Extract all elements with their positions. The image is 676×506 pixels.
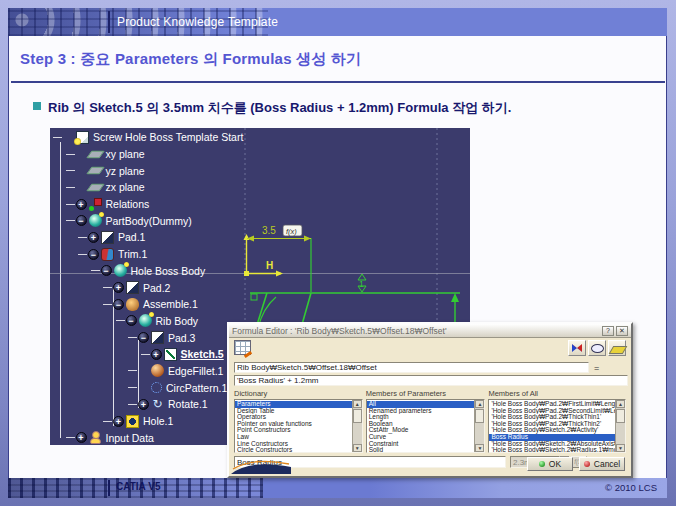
- tree-item[interactable]: yz plane: [53, 162, 470, 179]
- list-item[interactable]: Boss Radius: [489, 434, 615, 441]
- scroll-thumb[interactable]: [353, 409, 362, 423]
- tree-item[interactable]: +Pad.1: [53, 229, 470, 246]
- collapse-icon[interactable]: −: [126, 315, 137, 326]
- expand-icon[interactable]: +: [113, 282, 124, 293]
- expand-icon[interactable]: +: [113, 416, 124, 427]
- body-icon: [114, 264, 127, 277]
- list-item[interactable]: Law: [235, 434, 352, 441]
- tree-item[interactable]: xy plane: [53, 146, 470, 163]
- expand-icon[interactable]: +: [88, 232, 99, 243]
- list-item[interactable]: Constraint: [367, 441, 475, 448]
- tree-item-label[interactable]: Relations: [106, 198, 150, 210]
- tree-item[interactable]: +Pad.2: [53, 279, 470, 296]
- tree-item[interactable]: zx plane: [53, 179, 470, 196]
- scroll-down-icon[interactable]: ▼: [616, 444, 625, 452]
- eraser-icon[interactable]: [608, 340, 626, 356]
- members-of-all-list[interactable]: 'Hole Boss Body₩Pad.2₩FirstLimit₩Length'…: [488, 399, 626, 453]
- tree-item-label[interactable]: Assemble.1: [143, 298, 198, 310]
- tree-item-label[interactable]: CircPattern.1: [166, 382, 227, 394]
- tree-item-label[interactable]: xy plane: [106, 148, 145, 160]
- expand-icon[interactable]: +: [76, 432, 87, 443]
- tree-item-label[interactable]: Sketch.5: [181, 348, 224, 360]
- list-item[interactable]: All: [367, 401, 475, 408]
- collapse-icon[interactable]: −: [138, 332, 149, 343]
- list-item[interactable]: 'Hole Boss Body₩Pad.2₩ThickThin1': [489, 414, 615, 421]
- list-item[interactable]: Operators: [235, 414, 352, 421]
- scroll-up-icon[interactable]: ▲: [475, 400, 484, 408]
- tree-item[interactable]: +Relations: [53, 196, 470, 213]
- expand-icon[interactable]: +: [151, 349, 162, 360]
- footer-left-text: CATIA V5: [116, 481, 160, 492]
- help-icon[interactable]: ?: [602, 326, 614, 336]
- tree-item-label[interactable]: Pad.2: [143, 282, 170, 294]
- tree-item-label[interactable]: Rib Body: [156, 315, 199, 327]
- list-item[interactable]: Design Table: [235, 408, 352, 415]
- collapse-icon[interactable]: −: [113, 299, 124, 310]
- list-item[interactable]: 'Hole Boss Body₩Sketch.2₩AbsoluteAxis₩Ac…: [489, 441, 615, 448]
- collapse-icon[interactable]: −: [76, 215, 87, 226]
- tree-connector: [128, 404, 137, 405]
- formula-expression-field[interactable]: 'Boss Radius' + 1.2mm: [234, 375, 628, 386]
- scroll-down-icon[interactable]: ▼: [475, 444, 484, 452]
- list-item[interactable]: Point Constructors: [235, 427, 352, 434]
- cancel-button[interactable]: Cancel: [579, 457, 625, 471]
- target-parameter-field[interactable]: Rib Body₩Sketch.5₩Offset.18₩Offset: [234, 362, 589, 373]
- scrollbar[interactable]: ▲ ▼: [474, 400, 484, 452]
- header-band: Product Knowledge Template: [8, 8, 667, 36]
- formula-editor-dialog[interactable]: Formula Editor : 'Rib Body₩Sketch.5₩Offs…: [227, 322, 633, 478]
- collapse-icon[interactable]: −: [88, 249, 99, 260]
- tree-item[interactable]: Screw Hole Boss Template Start: [53, 129, 470, 146]
- dialog-titlebar[interactable]: Formula Editor : 'Rib Body₩Sketch.5₩Offs…: [229, 324, 631, 338]
- scroll-up-icon[interactable]: ▲: [616, 400, 625, 408]
- list-item[interactable]: Circle Constructors: [235, 447, 352, 453]
- dictionary-list[interactable]: ParametersDesign TableOperatorsPointer o…: [234, 399, 363, 453]
- expand-icon[interactable]: +: [76, 199, 87, 210]
- tree-item-label[interactable]: EdgeFillet.1: [168, 365, 223, 377]
- list-item[interactable]: 'Hole Boss Body₩Pad.2₩ThickThin2': [489, 421, 615, 428]
- expand-icon[interactable]: +: [138, 399, 149, 410]
- scroll-thumb[interactable]: [616, 409, 625, 423]
- list-item[interactable]: 'Hole Boss Body₩Sketch.2₩Activity': [489, 427, 615, 434]
- list-item[interactable]: CstAttr_Mode: [367, 427, 475, 434]
- list-item[interactable]: Line Constructors: [235, 441, 352, 448]
- list-item[interactable]: Boolean: [367, 421, 475, 428]
- tree-item-label[interactable]: zx plane: [106, 181, 145, 193]
- wizard-icon[interactable]: [568, 340, 586, 356]
- scrollbar[interactable]: ▲ ▼: [352, 400, 362, 452]
- tree-item-label[interactable]: Hole.1: [143, 415, 173, 427]
- list-item[interactable]: 'Hole Boss Body₩Sketch.2₩Radius.1₩mode': [489, 447, 615, 453]
- tree-item[interactable]: −Assemble.1: [53, 296, 470, 313]
- tree-item[interactable]: −Trim.1: [53, 246, 470, 263]
- scroll-down-icon[interactable]: ▼: [353, 444, 362, 452]
- tree-item-label[interactable]: Hole Boss Body: [131, 265, 206, 277]
- language-browser-icon[interactable]: [588, 340, 606, 356]
- tree-item[interactable]: −Hole Boss Body: [53, 263, 470, 280]
- close-icon[interactable]: ✕: [616, 326, 628, 336]
- tree-item-label[interactable]: PartBody(Dummy): [106, 215, 192, 227]
- tree-item-label[interactable]: Input Data: [106, 432, 154, 444]
- ok-button[interactable]: OK: [527, 457, 573, 471]
- tree-item-label[interactable]: Pad.1: [118, 231, 145, 243]
- list-item[interactable]: Solid: [367, 447, 475, 453]
- list-item[interactable]: Curve: [367, 434, 475, 441]
- members-of-parameters-list[interactable]: AllRenamed parametersLengthBooleanCstAtt…: [366, 399, 486, 453]
- footer-band: CATIA V5 © 2010 LCS: [8, 478, 667, 498]
- scroll-up-icon[interactable]: ▲: [353, 400, 362, 408]
- tree-item-label[interactable]: Rotate.1: [168, 398, 208, 410]
- tree-item-label[interactable]: Pad.3: [168, 332, 195, 344]
- list-item[interactable]: Length: [367, 414, 475, 421]
- list-item[interactable]: Parameters: [235, 401, 352, 408]
- incremental-mode-icon[interactable]: [234, 340, 251, 355]
- list-item[interactable]: Pointer on value functions: [235, 421, 352, 428]
- list-item[interactable]: 'Hole Boss Body₩Pad.2₩SecondLimit₩Length…: [489, 408, 615, 415]
- list-item[interactable]: Renamed parameters: [367, 408, 475, 415]
- scrollbar[interactable]: ▲ ▼: [615, 400, 625, 452]
- tree-item-label[interactable]: yz plane: [106, 165, 145, 177]
- scroll-thumb[interactable]: [475, 409, 484, 423]
- collapse-icon[interactable]: −: [101, 265, 112, 276]
- rotate-icon: ↻: [151, 398, 164, 411]
- tree-item-label[interactable]: Screw Hole Boss Template Start: [93, 131, 243, 143]
- tree-item-label[interactable]: Trim.1: [118, 248, 147, 260]
- list-item[interactable]: 'Hole Boss Body₩Pad.2₩FirstLimit₩Length': [489, 401, 615, 408]
- tree-item[interactable]: −PartBody(Dummy): [53, 212, 470, 229]
